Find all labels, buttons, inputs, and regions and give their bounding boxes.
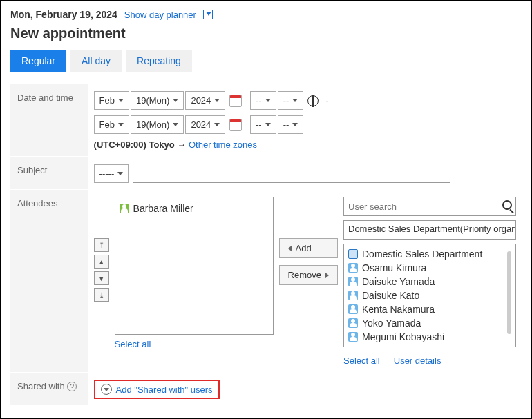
label-subject: Subject	[10, 157, 88, 190]
tab-repeating[interactable]: Repeating	[126, 50, 192, 72]
field-date-time: Feb 19(Mon) 2024 -- -- - Feb 19(Mon) 202…	[88, 84, 522, 157]
row-date-time: Date and time Feb 19(Mon) 2024 -- -- - F…	[10, 84, 522, 157]
app-frame: Mon, February 19, 2024 Show day planner …	[0, 0, 532, 419]
caret-icon	[292, 123, 298, 126]
start-month-select[interactable]: Feb	[94, 91, 129, 110]
label-date-time: Date and time	[10, 84, 88, 157]
list-item[interactable]: Osamu Kimura	[348, 261, 511, 275]
list-item[interactable]: Barbara Miller	[120, 202, 269, 215]
person-icon	[348, 304, 358, 314]
end-year-select[interactable]: 2024	[185, 115, 225, 134]
list-item[interactable]: Daisuke Yamada	[348, 275, 511, 289]
end-minute-select[interactable]: --	[278, 115, 304, 134]
user-search-wrap	[343, 197, 516, 216]
appointment-type-tabs: Regular All day Repeating	[10, 50, 522, 72]
user-search-input[interactable]	[343, 197, 516, 216]
label-attendees: Attendees	[10, 190, 88, 373]
selected-attendees-list[interactable]: Barbara Miller	[115, 197, 274, 335]
end-hour-select[interactable]: --	[250, 115, 276, 134]
current-date: Mon, February 19, 2024	[10, 9, 117, 20]
remove-button[interactable]: Remove	[279, 265, 338, 285]
organization-select[interactable]: Domestic Sales Department(Priority organ…	[343, 220, 516, 240]
add-remove-buttons: Add Remove	[279, 238, 338, 285]
end-day-select[interactable]: 19(Mon)	[131, 115, 184, 134]
field-shared-with: Add "Shared with" users	[88, 373, 522, 406]
search-icon[interactable]	[502, 200, 512, 210]
row-shared-with: Shared with ? Add "Shared with" users	[10, 373, 522, 406]
help-icon[interactable]: ?	[67, 382, 77, 391]
page-title: New appointment	[10, 26, 522, 41]
move-bottom-button[interactable]: ⤓	[94, 288, 109, 302]
person-icon	[348, 332, 358, 342]
start-day-select[interactable]: 19(Mon)	[131, 91, 184, 110]
timezone-label: (UTC+09:00) Tokyo	[94, 139, 175, 150]
list-item[interactable]: Yoko Yamada	[348, 316, 511, 330]
triangle-right-icon	[325, 272, 329, 279]
caret-icon	[292, 99, 298, 102]
start-minute-select[interactable]: --	[278, 91, 304, 110]
header-row: Mon, February 19, 2024 Show day planner	[10, 9, 522, 20]
list-item[interactable]: Kenta Nakamura	[348, 302, 511, 316]
triangle-left-icon	[288, 245, 292, 252]
person-icon	[120, 204, 129, 213]
timezone-row: (UTC+09:00) Tokyo → Other time zones	[94, 139, 516, 150]
add-shared-with-link[interactable]: Add "Shared with" users	[116, 384, 213, 395]
person-icon	[348, 277, 358, 286]
range-dash: -	[325, 95, 328, 106]
candidate-column: Domestic Sales Department(Priority organ…	[343, 197, 516, 366]
start-year-select[interactable]: 2024	[185, 91, 225, 110]
start-datetime: Feb 19(Mon) 2024 -- -- -	[94, 91, 516, 110]
field-attendees: ⤒ ▲ ▼ ⤓ Barbara Miller Sel	[88, 190, 522, 373]
move-top-button[interactable]: ⤒	[94, 238, 109, 252]
caret-icon	[173, 123, 178, 126]
calendar-icon[interactable]	[229, 119, 242, 131]
person-icon	[348, 263, 358, 273]
user-details-link[interactable]: User details	[394, 355, 441, 366]
scrollbar[interactable]	[507, 251, 511, 334]
row-subject: Subject -----	[10, 157, 522, 190]
person-icon	[348, 291, 358, 300]
globe-icon[interactable]	[307, 95, 319, 106]
candidate-list[interactable]: Domestic Sales Department Osamu Kimura D…	[343, 244, 516, 347]
add-shared-with-highlight: Add "Shared with" users	[94, 380, 220, 399]
end-month-select[interactable]: Feb	[94, 115, 129, 134]
end-datetime: Feb 19(Mon) 2024 -- --	[94, 115, 516, 134]
form-table: Date and time Feb 19(Mon) 2024 -- -- - F…	[10, 84, 522, 406]
caret-icon	[265, 99, 271, 102]
subject-type-select[interactable]: -----	[94, 164, 129, 183]
other-timezones-link[interactable]: Other time zones	[189, 139, 257, 150]
list-item[interactable]: Megumi Kobayashi	[348, 330, 511, 344]
reorder-buttons: ⤒ ▲ ▼ ⤓	[94, 238, 109, 302]
tab-all-day[interactable]: All day	[70, 50, 122, 72]
add-button[interactable]: Add	[279, 238, 338, 258]
caret-icon	[118, 99, 124, 102]
attendee-name: Barbara Miller	[133, 203, 193, 214]
show-day-planner-link[interactable]: Show day planner	[124, 10, 196, 20]
expand-icon[interactable]	[101, 384, 112, 395]
move-down-button[interactable]: ▼	[94, 271, 109, 285]
select-all-right-link[interactable]: Select all	[343, 355, 380, 366]
move-up-button[interactable]: ▲	[94, 255, 109, 269]
calendar-icon[interactable]	[229, 95, 242, 107]
organization-icon	[348, 249, 358, 259]
caret-icon	[265, 123, 271, 126]
label-shared-with: Shared with ?	[10, 373, 88, 406]
list-item[interactable]: Domestic Sales Department	[348, 247, 511, 261]
select-all-left-link[interactable]: Select all	[115, 339, 151, 349]
person-icon	[348, 318, 358, 328]
download-icon[interactable]	[203, 10, 213, 19]
caret-icon	[118, 123, 124, 126]
caret-icon	[173, 99, 178, 102]
tab-regular[interactable]: Regular	[10, 50, 66, 72]
start-hour-select[interactable]: --	[250, 91, 276, 110]
row-attendees: Attendees ⤒ ▲ ▼ ⤓ Barbara Miller	[10, 190, 522, 373]
field-subject: -----	[88, 157, 522, 190]
caret-icon	[117, 172, 123, 175]
caret-icon	[214, 123, 220, 126]
list-item[interactable]: Daisuke Kato	[348, 289, 511, 302]
subject-input[interactable]	[133, 164, 450, 183]
caret-icon	[214, 99, 220, 102]
